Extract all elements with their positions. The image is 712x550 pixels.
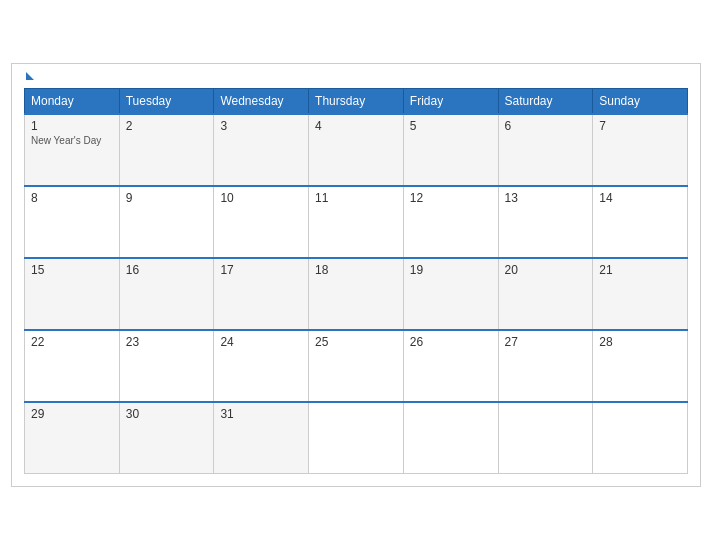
weekday-header-row: MondayTuesdayWednesdayThursdayFridaySatu… bbox=[25, 88, 688, 114]
week-row-2: 891011121314 bbox=[25, 186, 688, 258]
day-number: 4 bbox=[315, 119, 397, 133]
logo-blue-bar bbox=[24, 74, 34, 80]
calendar-cell: 5 bbox=[403, 114, 498, 186]
day-number: 18 bbox=[315, 263, 397, 277]
calendar-cell: 23 bbox=[119, 330, 214, 402]
weekday-header-thursday: Thursday bbox=[309, 88, 404, 114]
day-number: 21 bbox=[599, 263, 681, 277]
calendar-cell: 8 bbox=[25, 186, 120, 258]
calendar-cell: 9 bbox=[119, 186, 214, 258]
calendar-cell: 22 bbox=[25, 330, 120, 402]
weekday-header-monday: Monday bbox=[25, 88, 120, 114]
day-number: 11 bbox=[315, 191, 397, 205]
day-number: 16 bbox=[126, 263, 208, 277]
calendar-cell: 11 bbox=[309, 186, 404, 258]
calendar-cell: 10 bbox=[214, 186, 309, 258]
logo-area bbox=[24, 74, 34, 80]
day-number: 2 bbox=[126, 119, 208, 133]
calendar-cell bbox=[593, 402, 688, 474]
calendar-cell: 16 bbox=[119, 258, 214, 330]
calendar-cell: 26 bbox=[403, 330, 498, 402]
weekday-header-saturday: Saturday bbox=[498, 88, 593, 114]
calendar-cell: 14 bbox=[593, 186, 688, 258]
logo-triangle-icon bbox=[26, 72, 34, 80]
calendar-cell: 25 bbox=[309, 330, 404, 402]
day-number: 29 bbox=[31, 407, 113, 421]
day-number: 30 bbox=[126, 407, 208, 421]
day-number: 27 bbox=[505, 335, 587, 349]
calendar-cell: 3 bbox=[214, 114, 309, 186]
day-number: 19 bbox=[410, 263, 492, 277]
week-row-5: 293031 bbox=[25, 402, 688, 474]
calendar-body: 1New Year's Day2345678910111213141516171… bbox=[25, 114, 688, 474]
calendar-cell: 21 bbox=[593, 258, 688, 330]
day-number: 6 bbox=[505, 119, 587, 133]
weekday-header-friday: Friday bbox=[403, 88, 498, 114]
calendar-header bbox=[24, 74, 688, 80]
calendar-container: MondayTuesdayWednesdayThursdayFridaySatu… bbox=[11, 63, 701, 488]
day-number: 28 bbox=[599, 335, 681, 349]
day-number: 17 bbox=[220, 263, 302, 277]
day-number: 24 bbox=[220, 335, 302, 349]
calendar-cell: 24 bbox=[214, 330, 309, 402]
day-number: 22 bbox=[31, 335, 113, 349]
calendar-cell: 2 bbox=[119, 114, 214, 186]
day-number: 10 bbox=[220, 191, 302, 205]
calendar-cell: 18 bbox=[309, 258, 404, 330]
calendar-grid: MondayTuesdayWednesdayThursdayFridaySatu… bbox=[24, 88, 688, 475]
day-number: 5 bbox=[410, 119, 492, 133]
weekday-header-sunday: Sunday bbox=[593, 88, 688, 114]
calendar-cell bbox=[309, 402, 404, 474]
week-row-4: 22232425262728 bbox=[25, 330, 688, 402]
calendar-cell: 6 bbox=[498, 114, 593, 186]
calendar-cell: 15 bbox=[25, 258, 120, 330]
day-number: 13 bbox=[505, 191, 587, 205]
day-number: 1 bbox=[31, 119, 113, 133]
day-number: 20 bbox=[505, 263, 587, 277]
day-number: 23 bbox=[126, 335, 208, 349]
day-number: 12 bbox=[410, 191, 492, 205]
week-row-1: 1New Year's Day234567 bbox=[25, 114, 688, 186]
calendar-cell bbox=[403, 402, 498, 474]
calendar-cell: 7 bbox=[593, 114, 688, 186]
weekday-header-tuesday: Tuesday bbox=[119, 88, 214, 114]
week-row-3: 15161718192021 bbox=[25, 258, 688, 330]
calendar-cell: 12 bbox=[403, 186, 498, 258]
day-number: 25 bbox=[315, 335, 397, 349]
calendar-cell: 28 bbox=[593, 330, 688, 402]
day-number: 7 bbox=[599, 119, 681, 133]
calendar-cell: 31 bbox=[214, 402, 309, 474]
calendar-cell: 19 bbox=[403, 258, 498, 330]
calendar-cell: 4 bbox=[309, 114, 404, 186]
calendar-cell bbox=[498, 402, 593, 474]
calendar-cell: 13 bbox=[498, 186, 593, 258]
day-number: 9 bbox=[126, 191, 208, 205]
calendar-cell: 29 bbox=[25, 402, 120, 474]
day-number: 3 bbox=[220, 119, 302, 133]
calendar-cell: 27 bbox=[498, 330, 593, 402]
day-number: 15 bbox=[31, 263, 113, 277]
holiday-label: New Year's Day bbox=[31, 135, 113, 146]
calendar-cell: 30 bbox=[119, 402, 214, 474]
day-number: 8 bbox=[31, 191, 113, 205]
weekday-header-wednesday: Wednesday bbox=[214, 88, 309, 114]
calendar-cell: 20 bbox=[498, 258, 593, 330]
calendar-cell: 17 bbox=[214, 258, 309, 330]
calendar-cell: 1New Year's Day bbox=[25, 114, 120, 186]
day-number: 31 bbox=[220, 407, 302, 421]
day-number: 14 bbox=[599, 191, 681, 205]
day-number: 26 bbox=[410, 335, 492, 349]
